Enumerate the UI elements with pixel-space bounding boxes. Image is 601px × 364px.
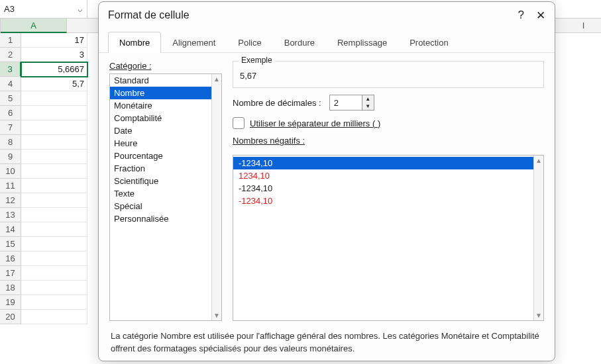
thousands-checkbox[interactable] bbox=[233, 117, 245, 129]
name-box-value: A3 bbox=[4, 4, 15, 14]
row-header[interactable]: 18 bbox=[0, 281, 21, 295]
row-header[interactable]: 6 bbox=[0, 106, 21, 120]
cell[interactable] bbox=[21, 295, 87, 310]
cell[interactable] bbox=[21, 150, 87, 164]
negative-list[interactable]: -1234,101234,10-1234,10-1234,10 ▲▼ bbox=[233, 155, 544, 321]
tab-protection[interactable]: Protection bbox=[398, 32, 460, 53]
cell[interactable] bbox=[21, 237, 87, 251]
row-header[interactable]: 11 bbox=[0, 179, 21, 193]
row-header[interactable]: 13 bbox=[0, 208, 21, 222]
category-item[interactable]: Pourcentage bbox=[110, 150, 221, 162]
row-header[interactable]: 3 bbox=[0, 62, 21, 77]
dialog-titlebar: Format de cellule ? ✕ bbox=[99, 2, 555, 28]
help-button[interactable]: ? bbox=[518, 9, 524, 22]
decimals-spinner[interactable]: ▲▼ bbox=[329, 95, 374, 111]
tab-strip: NombreAlignementPoliceBordureRemplissage… bbox=[99, 28, 555, 53]
category-item[interactable]: Monétaire bbox=[110, 99, 221, 112]
dialog-title: Format de cellule bbox=[108, 9, 190, 21]
row-header[interactable]: 10 bbox=[0, 164, 21, 179]
format-cells-dialog: Format de cellule ? ✕ NombreAlignementPo… bbox=[98, 1, 555, 361]
negative-item[interactable]: -1234,10 bbox=[233, 195, 543, 207]
category-list[interactable]: StandardNombreMonétaireComptabilitéDateH… bbox=[109, 73, 222, 321]
close-button[interactable]: ✕ bbox=[536, 9, 545, 23]
cell[interactable]: 5,6667 bbox=[21, 62, 87, 77]
row-header[interactable]: 2 bbox=[0, 48, 21, 62]
negative-item[interactable]: -1234,10 bbox=[233, 157, 543, 169]
cell[interactable] bbox=[21, 281, 87, 295]
tab-bordure[interactable]: Bordure bbox=[273, 32, 326, 53]
row-header[interactable]: 14 bbox=[0, 222, 21, 237]
negative-item[interactable]: 1234,10 bbox=[233, 169, 543, 182]
spinner-up-icon[interactable]: ▲ bbox=[362, 95, 374, 103]
decimals-label: Nombre de décimales : bbox=[233, 98, 321, 108]
negative-label: Nombres négatifs : bbox=[233, 136, 544, 146]
column-header-a[interactable]: A bbox=[1, 19, 67, 33]
scrollbar[interactable]: ▲▼ bbox=[211, 74, 221, 320]
category-label: Catégorie : bbox=[109, 61, 222, 71]
cell[interactable] bbox=[21, 266, 87, 281]
row-header[interactable]: 12 bbox=[0, 193, 21, 208]
cell[interactable]: 3 bbox=[21, 48, 87, 62]
row-header[interactable]: 4 bbox=[0, 77, 21, 91]
cell[interactable] bbox=[21, 251, 87, 266]
cell[interactable] bbox=[21, 310, 87, 324]
cell[interactable] bbox=[21, 135, 87, 150]
description-text: La catégorie Nombre est utilisée pour l'… bbox=[109, 321, 544, 358]
row-header[interactable]: 15 bbox=[0, 237, 21, 251]
scrollbar[interactable]: ▲▼ bbox=[533, 156, 543, 320]
cell[interactable]: 5,7 bbox=[21, 77, 87, 91]
negative-item[interactable]: -1234,10 bbox=[233, 182, 543, 195]
row-header[interactable]: 9 bbox=[0, 150, 21, 164]
row-header[interactable]: 20 bbox=[0, 310, 21, 324]
category-item[interactable]: Personnalisée bbox=[110, 212, 221, 225]
category-item[interactable]: Scientifique bbox=[110, 175, 221, 187]
tab-remplissage[interactable]: Remplissage bbox=[326, 32, 398, 53]
category-item[interactable]: Spécial bbox=[110, 200, 221, 212]
row-header[interactable]: 8 bbox=[0, 135, 21, 150]
cell[interactable] bbox=[21, 222, 87, 237]
decimals-input[interactable] bbox=[330, 95, 362, 110]
scroll-up-icon[interactable]: ▲ bbox=[213, 75, 220, 83]
scroll-down-icon[interactable]: ▼ bbox=[535, 312, 542, 319]
cell[interactable] bbox=[21, 91, 87, 106]
scroll-up-icon[interactable]: ▲ bbox=[535, 157, 542, 164]
tab-nombre[interactable]: Nombre bbox=[108, 32, 161, 53]
example-group: Exemple 5,67 bbox=[233, 61, 544, 88]
cell[interactable] bbox=[21, 120, 87, 135]
cell[interactable]: 17 bbox=[21, 33, 87, 48]
category-item[interactable]: Texte bbox=[110, 187, 221, 200]
example-label: Exemple bbox=[239, 56, 275, 65]
cell[interactable] bbox=[21, 193, 87, 208]
category-item[interactable]: Comptabilité bbox=[110, 112, 221, 124]
row-header[interactable]: 1 bbox=[0, 33, 21, 48]
row-header[interactable]: 7 bbox=[0, 120, 21, 135]
row-header[interactable]: 17 bbox=[0, 266, 21, 281]
column-header-i[interactable]: I bbox=[551, 19, 601, 33]
category-item[interactable]: Date bbox=[110, 124, 221, 137]
tab-police[interactable]: Police bbox=[227, 32, 272, 53]
example-value: 5,67 bbox=[240, 66, 537, 81]
category-item[interactable]: Fraction bbox=[110, 162, 221, 175]
cell[interactable] bbox=[21, 179, 87, 193]
row-header[interactable]: 16 bbox=[0, 251, 21, 266]
category-item[interactable]: Heure bbox=[110, 137, 221, 150]
name-box[interactable]: A3 ⌵ bbox=[0, 0, 87, 18]
row-header[interactable]: 19 bbox=[0, 295, 21, 310]
chevron-down-icon[interactable]: ⌵ bbox=[78, 4, 83, 14]
cell[interactable] bbox=[21, 208, 87, 222]
spinner-down-icon[interactable]: ▼ bbox=[362, 103, 374, 110]
cell[interactable] bbox=[21, 164, 87, 179]
category-item[interactable]: Nombre bbox=[110, 87, 221, 99]
category-item[interactable]: Standard bbox=[110, 74, 221, 87]
cell[interactable] bbox=[21, 106, 87, 120]
tab-alignement[interactable]: Alignement bbox=[161, 32, 227, 53]
thousands-label: Utiliser le séparateur de milliers ( ) bbox=[250, 118, 380, 128]
scroll-down-icon[interactable]: ▼ bbox=[213, 312, 220, 319]
row-header[interactable]: 5 bbox=[0, 91, 21, 106]
